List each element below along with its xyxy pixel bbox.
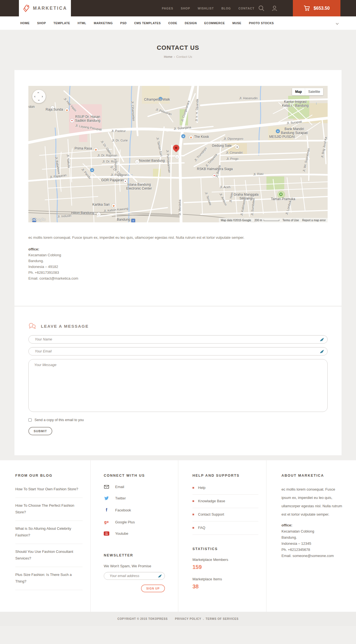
map-label: ↓ — [315, 101, 317, 105]
office-line: Kecamatan Coblong — [28, 252, 328, 258]
footer-help-link[interactable]: Contact Support — [192, 508, 258, 521]
statistics-heading: STATISTICS — [192, 547, 258, 551]
user-account-icon[interactable] — [271, 5, 278, 12]
footer: FROM OUR BLOG How To Start Your Own Fash… — [0, 460, 356, 612]
category-nav-link[interactable]: TEMPLATE — [53, 21, 70, 25]
office-line: Kecamatan Coblong — [281, 528, 343, 534]
category-nav-link[interactable]: MARKETING — [94, 21, 113, 25]
header-nav-link[interactable]: CONTACT — [238, 7, 254, 10]
message-field-wrap — [28, 359, 328, 412]
email-icon — [104, 485, 109, 489]
map-scale-bar — [264, 220, 279, 221]
send-copy-label: Send a copy of this email to you — [34, 418, 84, 422]
social-email-link[interactable]: Email — [104, 485, 170, 489]
map-type-satellite-button[interactable]: Satellite — [305, 88, 323, 95]
category-nav-link[interactable]: CODE — [168, 21, 177, 25]
email-input[interactable] — [34, 349, 318, 354]
header-nav-link[interactable]: BLOG — [221, 7, 231, 10]
category-nav-link[interactable]: HOME — [20, 21, 30, 25]
category-nav-link[interactable]: ECOMMERCE — [204, 21, 225, 25]
twitter-icon — [104, 496, 109, 500]
map-label: Prima Rasa — [75, 146, 92, 150]
chevron-down-icon[interactable] — [336, 21, 339, 26]
youtube-icon: You Tube — [104, 531, 109, 536]
footer-help-link[interactable]: Help — [192, 481, 258, 495]
newsletter-email-input[interactable] — [109, 574, 156, 578]
category-nav-link[interactable]: PSD — [120, 21, 127, 25]
header-nav-link[interactable]: SHOP — [181, 7, 190, 10]
stat-label: Marketplace Items — [192, 577, 258, 581]
map-poi-icon — [181, 134, 185, 138]
message-textarea[interactable] — [29, 359, 327, 412]
cart-button[interactable]: $653.50 — [293, 0, 340, 16]
header-nav-link[interactable]: WISHLIST — [198, 7, 214, 10]
category-nav-link[interactable]: SHOP — [37, 21, 46, 25]
map-poi-icon — [135, 160, 139, 164]
category-nav-link[interactable]: PHOTO STOCKS — [249, 21, 274, 25]
social-facebook-link[interactable]: f Facebook — [104, 508, 170, 513]
office-line: Bandung. — [281, 534, 343, 541]
submit-button[interactable]: SUBMIT — [28, 427, 52, 435]
office-line: Ph. +62817391083 — [28, 270, 328, 275]
map-label: Aston — [28, 105, 35, 109]
header-nav-link[interactable]: PAGES — [162, 7, 173, 10]
signup-button[interactable]: SIGN UP — [141, 585, 165, 592]
map-pan-control[interactable]: ‹ ‹ ‹ › — [32, 90, 46, 103]
office-line: Indonesia – 49182 — [28, 264, 328, 270]
category-nav-link[interactable]: HTML — [78, 21, 86, 25]
map-label: Jl. Hasanudin — [239, 96, 258, 100]
send-copy-checkbox[interactable] — [28, 418, 32, 422]
name-input[interactable] — [34, 337, 318, 342]
footer-blog-link[interactable]: Should You Use Fashion Consultant Servic… — [15, 544, 83, 567]
footer-blog-link[interactable]: How To Choose The Perfect Fashion Store? — [15, 498, 83, 521]
footer-blog-link[interactable]: How To Start Your Own Fashion Store? — [15, 481, 83, 498]
social-youtube-link[interactable]: You Tube Youtube — [104, 531, 170, 536]
map-label: Cihampelas Walk — [144, 98, 170, 101]
pan-up-arrow[interactable]: ‹ — [37, 92, 40, 93]
map-type-map-button[interactable]: Map — [292, 88, 305, 95]
logo[interactable]: MARKETICA — [19, 0, 71, 16]
stat-value: 38 — [192, 583, 258, 590]
map-label: RSUP Dr. Hasan Sadikin Bandung — [75, 115, 100, 123]
privacy-policy-link[interactable]: PRIVACY POLICY — [175, 617, 201, 620]
map-poi-icon — [131, 219, 135, 222]
page-title: CONTACT US — [0, 30, 356, 51]
map-poi-icon — [279, 192, 283, 196]
social-twitter-link[interactable]: Twitter — [104, 496, 170, 500]
category-nav-link[interactable]: MUSE — [233, 21, 241, 25]
pen-icon — [320, 337, 324, 343]
newsletter-tagline: We Won't Spam, We Promise — [104, 564, 170, 568]
map-label: RSKB Halmahera Siaga — [197, 167, 233, 171]
breadcrumb-home-link[interactable]: Home — [164, 55, 172, 58]
terms-of-services-link[interactable]: TERMS OF SERVICES — [206, 617, 238, 620]
footer-help-link[interactable]: Knowladge Base — [192, 495, 258, 508]
cart-total: $653.50 — [314, 6, 330, 11]
pen-icon — [320, 349, 324, 355]
map-poi-icon — [94, 148, 98, 151]
footer-help-link[interactable]: FAQ — [192, 521, 258, 535]
map-label: Jl. Progo — [226, 157, 238, 160]
footer-blog-link[interactable]: Plus Size Fashion: Is There Such a Thing… — [15, 567, 83, 590]
map-label: Hilton Bandung — [71, 211, 94, 215]
send-copy-row: Send a copy of this email to you — [28, 418, 328, 422]
map-label: Jl. Diponegoro — [224, 137, 243, 140]
footer-about-heading: ABOUT MARKETICA — [281, 474, 343, 478]
category-nav-link[interactable]: DESIGN — [185, 21, 197, 25]
pan-left-arrow[interactable]: ‹ — [34, 95, 35, 98]
footer-blog-link[interactable]: What is So Alluring About Celebrity Fash… — [15, 521, 83, 544]
map-label: Raja Sunda — [46, 108, 63, 111]
map-label: Jl. Dr. Curie — [112, 139, 128, 142]
cart-icon — [304, 5, 310, 11]
google-map[interactable]: AstonRaja SundaJl. Haji YasinCihampelas … — [28, 86, 328, 222]
map-label: Taman Pramuka — [271, 197, 295, 201]
terms-of-use-link[interactable]: Terms of Use — [283, 219, 299, 222]
map-label: Jl. Aceh — [220, 185, 231, 189]
pan-down-arrow[interactable]: ‹ — [37, 100, 40, 101]
report-map-error-link[interactable]: Report a map error — [302, 219, 326, 222]
social-googleplus-link[interactable]: g+ Google Plus — [104, 520, 170, 524]
pan-right-arrow[interactable]: › — [42, 95, 43, 98]
map-poi-icon — [97, 212, 101, 216]
category-nav-link[interactable]: CMS TEMPLATES — [134, 21, 161, 25]
search-icon[interactable] — [258, 5, 265, 12]
office-label: office: — [28, 246, 328, 252]
